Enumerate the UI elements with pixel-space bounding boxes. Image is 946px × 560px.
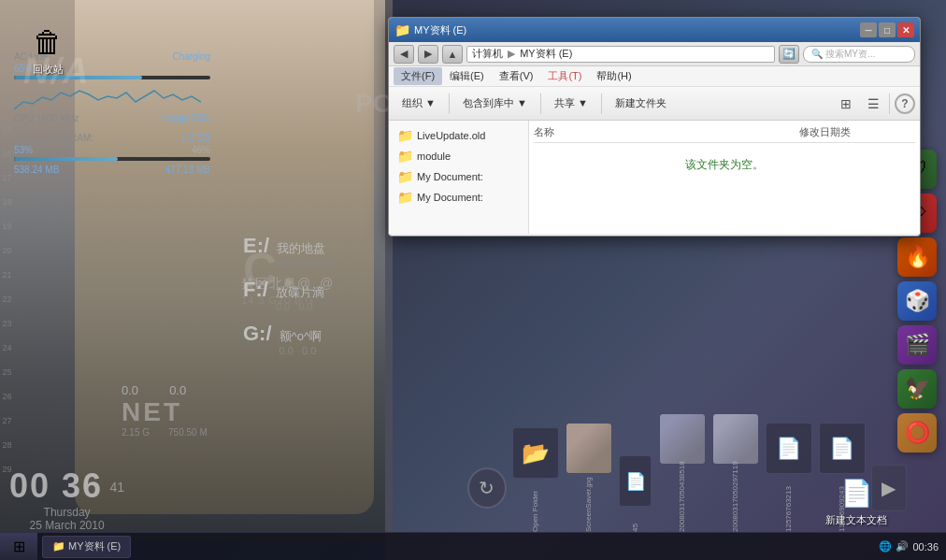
ram-used: 538.24 MB [14,165,59,175]
empty-folder-message: 该文件夹为空。 [534,157,915,173]
search-placeholder: 搜索MY资... [825,48,875,61]
nav-folder-label: module [417,151,451,162]
maximize-button[interactable]: □ [879,22,896,37]
menu-view[interactable]: 查看(V) [492,67,541,85]
film-icon[interactable]: 🎬 [897,325,937,365]
forward-button[interactable]: ▶ [418,45,438,64]
column-headers: 名称 修改日期 类 [534,125,915,143]
nav-folder-label: My Document: [417,192,483,203]
cpu-label: CPU 1600 MHz [14,113,79,123]
dock-file-45[interactable]: 📄 45 [618,455,653,532]
folder-icon: 📁 [397,149,413,164]
close-button[interactable]: ✕ [897,22,914,37]
window-controls: ─ □ ✕ [860,22,914,37]
power-status: Charging [172,51,210,62]
taskbar-item-label: MY资料 (E) [68,539,121,553]
drive-e-size: 63.9 G64.0 G [277,257,338,268]
search-box[interactable]: 🔍 搜索MY资... [803,46,915,63]
share-button[interactable]: 共享 ▼ [546,91,596,117]
dock-refresh-button[interactable]: ↻ [467,467,507,509]
up-button[interactable]: ▲ [442,45,463,64]
tray-volume-icon: 🔊 [896,540,909,553]
tray-network-icon: 🌐 [879,540,892,553]
help-button[interactable]: ? [895,93,915,114]
file-45-thumb: 📄 [619,455,652,507]
start-button[interactable]: ⊞ [0,533,37,561]
dock-open-folder[interactable]: 📂 Open Folder [511,427,560,532]
menu-help[interactable]: 帮助(H) [589,67,638,85]
taskbar-items: 📁 MY资料 (E) [37,536,871,558]
main-pane: 名称 修改日期 类 该文件夹为空。 [529,121,920,234]
ram-free: 477.13 MB [165,165,210,175]
col-date-header: 修改日期 [728,125,840,139]
view-list-button[interactable]: ☰ [862,93,884,115]
clock-day: Thursday [9,506,124,519]
address-bar: ◀ ▶ ▲ 计算机 ▶ MY资料 (E) 🔄 🔍 搜索MY资... [389,42,920,66]
image-2-label: 20080317050297119 [731,467,739,532]
image-1-label: 20080317050438518 [678,467,686,532]
breadcrumb: 计算机 ▶ MY资料 (E) [472,47,572,61]
toolbar-sep-2 [540,93,541,114]
drive-e-letter: E:/ [243,234,269,258]
drive-f-name: 放碟片滴 [276,284,324,301]
menu-bar: 文件(F) 编辑(E) 查看(V) 工具(T) 帮助(H) [389,66,920,87]
search-icon: 🔍 [811,49,823,59]
organize-button[interactable]: 组织 ▼ [394,91,444,117]
screensaver-thumb [566,423,612,474]
address-path[interactable]: 计算机 ▶ MY资料 (E) [466,46,775,63]
tray-time: 00:36 [912,541,939,553]
minimize-button[interactable]: ─ [860,22,877,37]
net-down-size: 2.15 G [122,427,150,438]
open-folder-label: Open Folder [531,481,539,532]
net-title: NET [122,397,208,427]
dock-image-2[interactable]: 20080317050297119 [711,413,760,532]
drive-g-letter: G:/ [243,322,272,346]
file-3-thumb: 📄 [766,423,812,474]
toolbar: 组织 ▼ 包含到库中 ▼ 共享 ▼ 新建文件夹 ⊞ ☰ ? [389,87,920,121]
menu-file[interactable]: 文件(F) [394,67,442,85]
clock-seconds: 41 [110,480,125,495]
nav-folder-mydoc1[interactable]: 📁 My Document: [394,166,523,187]
nav-folder-liveupdateold[interactable]: 📁 LiveUpdate.old [394,125,523,146]
folder-icon: 📁 [397,169,413,184]
menu-tools[interactable]: 工具(T) [540,67,589,85]
refresh-button[interactable]: 🔄 [779,45,799,64]
fire-icon[interactable]: 🔥 [897,237,937,277]
drive-f-size: 0.0 0.0 [276,301,324,312]
file-4-label: 11676909243 [838,476,846,532]
menu-edit[interactable]: 编辑(E) [442,67,492,85]
nav-pane: 📁 LiveUpdate.old 📁 module 📁 My Document:… [389,121,529,234]
explorer-window: 📁 MY资料 (E) ─ □ ✕ ◀ ▶ ▲ 计算机 ▶ MY资料 (E) [388,17,921,237]
net-widget: 0.0 0.0 NET 2.15 G 750.50 M [122,383,208,438]
dock-screensaver[interactable]: ScreenSaver.jpg [565,423,613,532]
dock-file-3[interactable]: 📄 12576763213 [765,423,813,532]
file-45-label: 45 [631,509,639,532]
taskbar-explorer-item[interactable]: 📁 MY资料 (E) [42,536,131,558]
ram-total: 1.0 GB [181,133,210,143]
drive-g: G:/ 额^o^啊 0.0 0.0 [243,322,338,356]
toolbar-sep-3 [601,93,602,114]
toolbar-sep-1 [449,93,450,114]
dock-file-4[interactable]: 📄 11676909243 [818,423,867,532]
image-2-thumb [712,413,759,465]
net-up-size: 750.50 M [168,427,208,438]
toolbar-sep-4 [889,93,890,114]
folder-icon: 📁 [397,128,413,143]
toolbar-right: ⊞ ☰ ? [835,93,915,115]
dock-arrow-button[interactable]: ▶ [871,465,907,511]
view-toggle-button[interactable]: ⊞ [835,93,857,115]
col-type-header: 类 [840,125,915,139]
back-button[interactable]: ◀ [394,45,414,64]
add-to-library-button[interactable]: 包含到库中 ▼ [454,91,536,117]
nav-folder-module[interactable]: 📁 module [394,146,523,166]
nav-folder-label: My Document: [417,171,483,182]
arrow-right-icon: ▶ [882,477,896,499]
window-folder-icon: 📁 [394,22,410,37]
ram-pct: 53% [14,145,33,155]
bird-icon[interactable]: 🦅 [897,369,937,409]
cube-icon[interactable]: 🎲 [897,281,937,321]
dock-area: ↻ 📂 Open Folder ScreenSaver.jpg 📄 45 200… [458,443,916,532]
nav-folder-mydoc2[interactable]: 📁 My Document: [394,187,523,208]
dock-image-1[interactable]: 20080317050438518 [658,413,707,532]
new-folder-button[interactable]: 新建文件夹 [607,91,675,117]
